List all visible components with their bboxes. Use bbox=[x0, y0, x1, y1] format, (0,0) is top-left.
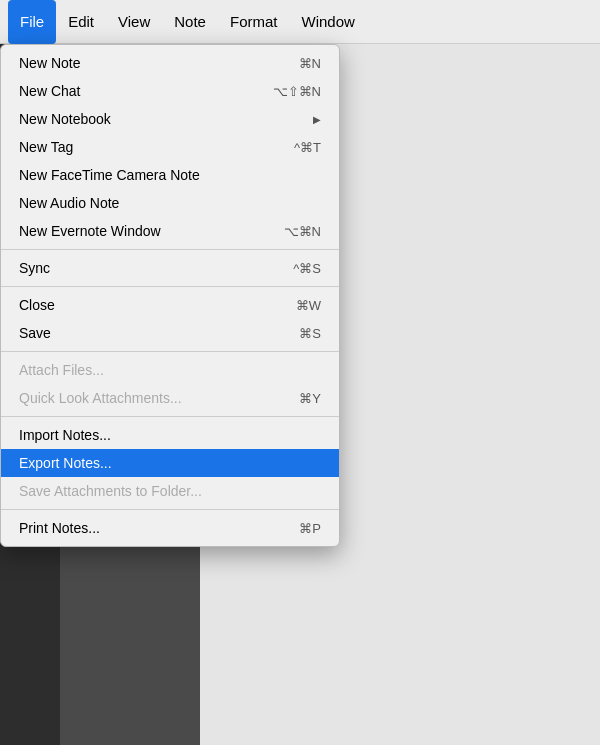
menu-item-export-notes[interactable]: Export Notes... bbox=[1, 449, 339, 477]
menu-separator bbox=[1, 249, 339, 250]
menu-item-label: Print Notes... bbox=[19, 520, 100, 536]
menu-item-label: Close bbox=[19, 297, 55, 313]
menu-item-print-notes[interactable]: Print Notes...⌘P bbox=[1, 514, 339, 542]
menu-item-label: Attach Files... bbox=[19, 362, 104, 378]
menu-item-label: Sync bbox=[19, 260, 50, 276]
menu-item-shortcut: ⌥⌘N bbox=[284, 224, 321, 239]
menu-item-label: New Note bbox=[19, 55, 80, 71]
file-menu-dropdown: New Note⌘NNew Chat⌥⇧⌘NNew Notebook▶New T… bbox=[0, 44, 340, 547]
menubar-item-view[interactable]: View bbox=[106, 0, 162, 44]
menu-item-label: New Evernote Window bbox=[19, 223, 161, 239]
menu-item-shortcut: ⌘P bbox=[299, 521, 321, 536]
menu-item-label: New Tag bbox=[19, 139, 73, 155]
menu-item-label: New Notebook bbox=[19, 111, 111, 127]
menu-item-shortcut: ⌘W bbox=[296, 298, 321, 313]
menu-item-label: New Audio Note bbox=[19, 195, 119, 211]
menu-item-label: Quick Look Attachments... bbox=[19, 390, 182, 406]
menu-item-label: Save bbox=[19, 325, 51, 341]
menubar-item-note[interactable]: Note bbox=[162, 0, 218, 44]
menu-item-label: Save Attachments to Folder... bbox=[19, 483, 202, 499]
menubar-item-window[interactable]: Window bbox=[289, 0, 366, 44]
menu-separator bbox=[1, 416, 339, 417]
menu-item-shortcut: ⌘S bbox=[299, 326, 321, 341]
menu-item-label: Export Notes... bbox=[19, 455, 112, 471]
menu-item-new-note[interactable]: New Note⌘N bbox=[1, 49, 339, 77]
menubar-item-edit[interactable]: Edit bbox=[56, 0, 106, 44]
menu-item-new-notebook[interactable]: New Notebook▶ bbox=[1, 105, 339, 133]
menu-separator bbox=[1, 509, 339, 510]
menu-separator bbox=[1, 286, 339, 287]
menu-item-new-tag[interactable]: New Tag^⌘T bbox=[1, 133, 339, 161]
menu-item-close[interactable]: Close⌘W bbox=[1, 291, 339, 319]
menu-item-label: New FaceTime Camera Note bbox=[19, 167, 200, 183]
menu-item-shortcut: ⌥⇧⌘N bbox=[273, 84, 321, 99]
menu-item-import-notes[interactable]: Import Notes... bbox=[1, 421, 339, 449]
menu-item-new-evernote-window[interactable]: New Evernote Window⌥⌘N bbox=[1, 217, 339, 245]
menu-item-sync[interactable]: Sync^⌘S bbox=[1, 254, 339, 282]
menu-item-shortcut: ^⌘T bbox=[294, 140, 321, 155]
menu-item-shortcut: ⌘Y bbox=[299, 391, 321, 406]
menubar-item-format[interactable]: Format bbox=[218, 0, 290, 44]
menu-item-new-facetime[interactable]: New FaceTime Camera Note bbox=[1, 161, 339, 189]
menu-separator bbox=[1, 351, 339, 352]
menu-item-shortcut: ^⌘S bbox=[293, 261, 321, 276]
menu-item-label: Import Notes... bbox=[19, 427, 111, 443]
menubar-item-file[interactable]: File bbox=[8, 0, 56, 44]
menu-item-new-audio[interactable]: New Audio Note bbox=[1, 189, 339, 217]
menu-item-new-chat[interactable]: New Chat⌥⇧⌘N bbox=[1, 77, 339, 105]
menu-item-quick-look: Quick Look Attachments...⌘Y bbox=[1, 384, 339, 412]
menu-item-label: New Chat bbox=[19, 83, 80, 99]
submenu-arrow-icon: ▶ bbox=[313, 114, 321, 125]
menu-item-save-attachments: Save Attachments to Folder... bbox=[1, 477, 339, 505]
menu-item-save[interactable]: Save⌘S bbox=[1, 319, 339, 347]
menu-item-attach-files: Attach Files... bbox=[1, 356, 339, 384]
menubar: FileEditViewNoteFormatWindow bbox=[0, 0, 600, 44]
menu-item-shortcut: ⌘N bbox=[299, 56, 321, 71]
